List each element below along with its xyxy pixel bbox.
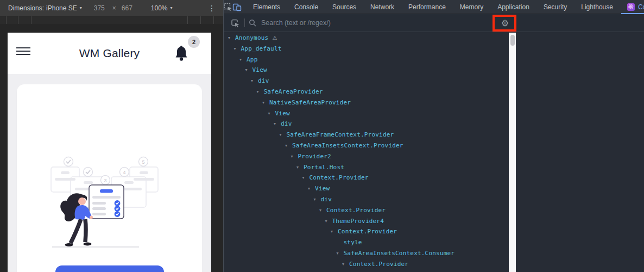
tree-node[interactable]: ▾ SafeAreaProvider: [224, 86, 509, 97]
component-name: View: [252, 65, 267, 76]
tab-performance[interactable]: Performance: [401, 0, 453, 14]
tab-label: Console: [294, 3, 318, 11]
height-field[interactable]: 667: [122, 4, 132, 12]
inspect-element-icon[interactable]: [224, 0, 232, 14]
tree-node[interactable]: ▾ View: [224, 108, 509, 119]
expand-arrow-icon[interactable]: ▾: [262, 97, 269, 108]
expand-arrow-icon[interactable]: ▾: [228, 33, 235, 44]
tab-elements[interactable]: Elements: [246, 0, 287, 14]
tab-label: Components: [638, 3, 644, 11]
scrollbar-thumb[interactable]: [510, 35, 515, 46]
zoom-select[interactable]: 100% ▾: [151, 4, 173, 12]
expand-arrow-icon[interactable]: ▾: [285, 140, 292, 151]
tree-node[interactable]: ▾ Provider2: [224, 151, 509, 162]
tree-node[interactable]: ▾ div: [224, 76, 509, 86]
tree-node[interactable]: ▾ View: [224, 183, 509, 194]
times-icon: ×: [112, 4, 116, 12]
tree-node[interactable]: ▾ Context.Provider: [224, 226, 509, 237]
component-name: Context.Provider: [310, 172, 369, 183]
components-tree-pane: ▾ Anonymous ⚠ ▾ App_default ▾ App ▾ View…: [224, 32, 644, 272]
expand-arrow-icon[interactable]: ▾: [331, 226, 338, 237]
expand-arrow-icon[interactable]: ▾: [337, 248, 344, 259]
expand-arrow-icon[interactable]: ▾: [308, 183, 315, 194]
component-name: SafeAreaInsetsContext.Provider: [292, 140, 403, 151]
expand-arrow-icon[interactable]: ▾: [274, 119, 281, 129]
expand-arrow-icon[interactable]: ▾: [245, 65, 252, 76]
tab-label: Performance: [408, 3, 446, 11]
expand-arrow-icon[interactable]: ▾: [239, 54, 247, 65]
tree-node[interactable]: ▾ Anonymous ⚠: [224, 33, 509, 44]
expand-arrow-icon[interactable]: ▾: [291, 151, 298, 162]
zoom-value: 100%: [151, 4, 168, 12]
width-field[interactable]: 375: [94, 4, 105, 12]
device-toolbar: Dimensions: iPhone SE ▾ 375 × 667 100% ▾…: [0, 0, 223, 16]
tab-label: Elements: [253, 3, 280, 11]
component-name: App: [247, 54, 257, 65]
tree-node[interactable]: ▾ SafeAreaInsetsContext.Consumer: [224, 248, 509, 259]
expand-arrow-icon[interactable]: ▾: [296, 162, 304, 173]
tree-node[interactable]: ▾ div: [224, 194, 509, 205]
notification-badge: 2: [188, 36, 200, 48]
tree-node[interactable]: ▾ ThemeProvider4: [224, 216, 509, 227]
tree-node[interactable]: ▾ SafeAreaFrameContext.Provider: [224, 129, 509, 140]
tree-node[interactable]: ▾ Context.Provider: [224, 172, 509, 183]
expand-arrow-icon[interactable]: ▾: [280, 129, 287, 140]
expand-arrow-icon[interactable]: ▾: [251, 76, 258, 86]
tab-components[interactable]: Components: [620, 0, 644, 14]
tree-node[interactable]: ▾ SafeAreaInsetsContext.Provider: [224, 140, 509, 151]
tab-sources[interactable]: Sources: [325, 0, 363, 14]
tree-node[interactable]: ▾ Portal.Host: [224, 162, 509, 173]
bell-icon[interactable]: [174, 45, 189, 63]
expand-arrow-icon[interactable]: ▾: [268, 108, 275, 119]
component-name: style: [344, 237, 362, 248]
expand-arrow-icon[interactable]: ▾: [319, 205, 326, 216]
scrollbar[interactable]: [509, 33, 516, 272]
tree-node[interactable]: ▾ NativeSafeAreaProvider: [224, 97, 509, 108]
step-number: 5: [142, 159, 144, 165]
tree-node[interactable]: ▾ View: [224, 65, 509, 76]
component-name: Portal.Host: [304, 162, 344, 173]
tab-label: Memory: [460, 3, 483, 11]
tasks-illustration: 5 4 3: [46, 155, 172, 249]
tree-node[interactable]: ▾ Context.Provider: [224, 259, 509, 270]
expand-arrow-icon[interactable]: ▾: [302, 172, 310, 183]
tab-label: Lighthouse: [581, 3, 613, 11]
component-name: div: [321, 194, 332, 205]
devtools-panel: Elements Console Sources Network Perform…: [223, 0, 644, 272]
tree-node[interactable]: ▾ Context.Provider: [224, 205, 509, 216]
component-name: Anonymous: [235, 33, 268, 44]
search-input[interactable]: [261, 19, 468, 27]
select-element-icon[interactable]: [228, 16, 242, 30]
primary-button[interactable]: [55, 265, 164, 272]
gear-icon[interactable]: ⚙: [497, 16, 513, 30]
component-name: SafeAreaProvider: [264, 86, 323, 97]
component-name: Context.Provider: [326, 205, 386, 216]
kebab-menu-icon[interactable]: ⋮: [207, 4, 217, 13]
tab-memory[interactable]: Memory: [453, 0, 490, 14]
tree-node[interactable]: ▾ App: [224, 54, 509, 65]
tab-network[interactable]: Network: [363, 0, 401, 14]
phone-screen: WM Gallery 2: [8, 33, 211, 272]
component-name: div: [281, 119, 292, 129]
tab-lighthouse[interactable]: Lighthouse: [574, 0, 620, 14]
device-select[interactable]: iPhone SE ▾: [46, 4, 82, 12]
app-content: 5 4 3: [8, 74, 211, 272]
expand-arrow-icon[interactable]: ▾: [234, 44, 241, 54]
expand-arrow-icon[interactable]: ▾: [314, 194, 321, 205]
component-name: View: [315, 183, 330, 194]
tree-node[interactable]: ▾ div: [224, 119, 509, 129]
expand-arrow-icon[interactable]: ▾: [257, 86, 264, 97]
tab-application[interactable]: Application: [490, 0, 536, 14]
tab-console[interactable]: Console: [287, 0, 325, 14]
tree-node[interactable]: ▾ App_default: [224, 44, 509, 54]
warning-icon: ⚠: [272, 33, 277, 44]
component-name: SafeAreaFrameContext.Provider: [287, 129, 394, 140]
tab-label: Application: [497, 3, 529, 11]
expand-arrow-icon[interactable]: ▾: [325, 216, 332, 227]
step-number: 3: [104, 178, 106, 183]
toggle-device-toolbar-icon[interactable]: [232, 0, 242, 14]
component-name: ThemeProvider4: [332, 216, 384, 227]
tree-node[interactable]: ▾ style: [224, 237, 509, 248]
tab-security[interactable]: Security: [536, 0, 574, 14]
expand-arrow-icon[interactable]: ▾: [342, 259, 349, 270]
